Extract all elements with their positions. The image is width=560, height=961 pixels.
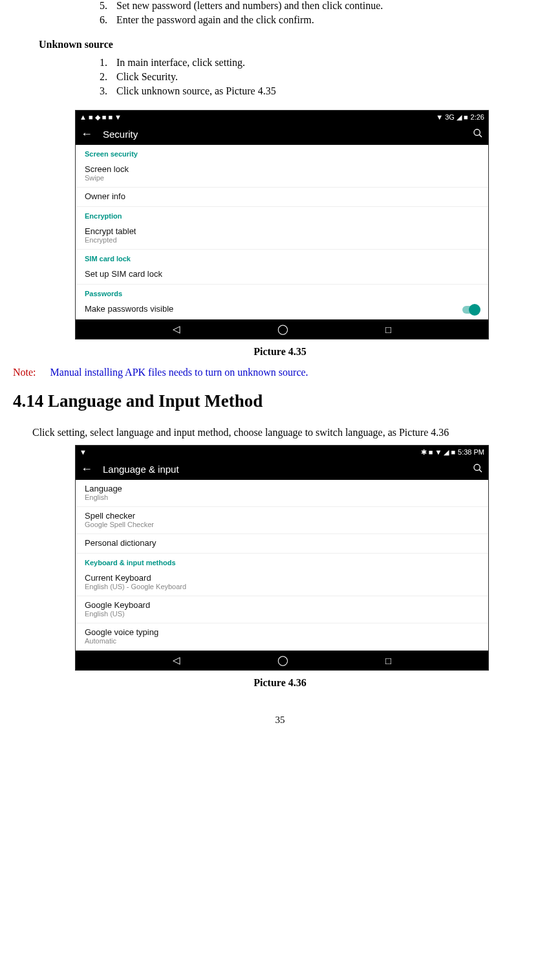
back-icon[interactable]: ← <box>81 462 92 476</box>
status-bar: ▼ ✱ ■ ▼ ◢ ■ 5:38 PM <box>76 446 488 459</box>
status-left-icons: ▲ ■ ◆ ■ ■ ▼ <box>80 113 122 122</box>
note-label: Note: <box>13 367 36 378</box>
unknown-steps-list: In main interface, click setting. Click … <box>13 57 547 97</box>
screenshot-security: ▲ ■ ◆ ■ ■ ▼ ▼ 3G ◢ ■ 2:26 ← Security Scr… <box>75 110 489 340</box>
nav-recents-icon[interactable]: □ <box>385 324 391 335</box>
screenshot-language-input: ▼ ✱ ■ ▼ ◢ ■ 5:38 PM ← Language & input L… <box>75 445 489 671</box>
nav-recents-icon[interactable]: □ <box>385 655 391 666</box>
list-item: Enter the password again and the click c… <box>110 14 547 26</box>
system-navbar: ◁ ◯ □ <box>76 319 488 339</box>
section-heading-4-14: 4.14 Language and Input Method <box>13 391 547 411</box>
list-item: Set new password (letters and numbers) a… <box>110 0 547 12</box>
search-icon[interactable] <box>473 128 483 141</box>
note-line: Note: Manual installing APK files needs … <box>13 367 547 378</box>
row-personal-dictionary[interactable]: Personal dictionary <box>76 534 488 554</box>
row-sim-lock[interactable]: Set up SIM card lock <box>76 265 488 285</box>
svg-point-2 <box>474 464 480 470</box>
toolbar-title: Security <box>103 129 473 140</box>
row-title: Current Keyboard <box>85 573 479 583</box>
toggle-on-icon[interactable] <box>462 306 479 314</box>
row-title: Language <box>85 484 479 493</box>
toolbar: ← Language & input <box>76 459 488 480</box>
row-screen-lock[interactable]: Screen lock Swipe <box>76 160 488 188</box>
group-keyboard-input-methods: Keyboard & input methods <box>76 554 488 569</box>
status-network: ▼ 3G ◢ ■ <box>436 113 468 122</box>
group-sim-lock: SIM card lock <box>76 250 488 265</box>
row-make-passwords-visible[interactable]: Make passwords visible <box>76 300 488 319</box>
status-network: ✱ ■ ▼ ◢ ■ <box>421 448 455 457</box>
status-time: 5:38 PM <box>458 448 484 456</box>
row-title: Spell checker <box>85 511 479 521</box>
nav-back-icon[interactable]: ◁ <box>173 654 180 666</box>
row-subtitle: Automatic <box>85 637 479 645</box>
list-item: Click Security. <box>110 71 547 83</box>
unknown-source-heading: Unknown source <box>39 39 547 50</box>
row-google-keyboard[interactable]: Google Keyboard English (US) <box>76 596 488 623</box>
status-bar: ▲ ■ ◆ ■ ■ ▼ ▼ 3G ◢ ■ 2:26 <box>76 111 488 124</box>
row-spell-checker[interactable]: Spell checker Google Spell Checker <box>76 507 488 534</box>
row-title: Google Keyboard <box>85 600 479 610</box>
nav-back-icon[interactable]: ◁ <box>173 323 180 335</box>
prev-steps-list: Set new password (letters and numbers) a… <box>13 0 547 26</box>
row-title: Screen lock <box>85 164 479 174</box>
system-navbar: ◁ ◯ □ <box>76 651 488 670</box>
nav-home-icon[interactable]: ◯ <box>277 323 288 335</box>
search-icon[interactable] <box>473 463 483 476</box>
row-title: Personal dictionary <box>85 538 479 548</box>
page-number: 35 <box>13 715 547 726</box>
status-right: ✱ ■ ▼ ◢ ■ 5:38 PM <box>421 448 484 457</box>
picture-caption-4-36: Picture 4.36 <box>13 677 547 689</box>
list-item: Click unknown source, as Picture 4.35 <box>110 85 547 97</box>
back-icon[interactable]: ← <box>81 127 92 141</box>
group-passwords: Passwords <box>76 285 488 300</box>
row-title: Make passwords visible <box>85 304 479 314</box>
list-item: In main interface, click setting. <box>110 57 547 69</box>
row-subtitle: Encrypted <box>85 236 479 244</box>
note-text: Manual installing APK files needs to tur… <box>50 367 308 378</box>
row-title: Owner info <box>85 191 479 201</box>
row-title: Encrypt tablet <box>85 226 479 236</box>
status-left-icons: ▼ <box>80 448 87 456</box>
status-time: 2:26 <box>471 113 484 121</box>
svg-line-3 <box>479 470 482 472</box>
svg-point-0 <box>474 129 480 135</box>
toolbar-title: Language & input <box>103 464 473 475</box>
group-screen-security: Screen security <box>76 145 488 160</box>
body-paragraph: Click setting, select language and input… <box>32 427 547 438</box>
row-google-voice-typing[interactable]: Google voice typing Automatic <box>76 623 488 651</box>
row-subtitle: Swipe <box>85 174 479 182</box>
row-title: Set up SIM card lock <box>85 269 479 279</box>
row-subtitle: English (US) <box>85 610 479 618</box>
row-subtitle: English <box>85 493 479 501</box>
row-language[interactable]: Language English <box>76 480 488 507</box>
row-encrypt-tablet[interactable]: Encrypt tablet Encrypted <box>76 222 488 250</box>
row-subtitle: Google Spell Checker <box>85 521 479 528</box>
svg-line-1 <box>479 135 482 137</box>
group-encryption: Encryption <box>76 207 488 222</box>
row-title: Google voice typing <box>85 627 479 637</box>
nav-home-icon[interactable]: ◯ <box>277 654 288 666</box>
picture-caption-4-35: Picture 4.35 <box>13 346 547 358</box>
row-current-keyboard[interactable]: Current Keyboard English (US) - Google K… <box>76 569 488 596</box>
status-right: ▼ 3G ◢ ■ 2:26 <box>436 113 484 122</box>
toolbar: ← Security <box>76 124 488 145</box>
row-owner-info[interactable]: Owner info <box>76 188 488 207</box>
row-subtitle: English (US) - Google Keyboard <box>85 583 479 590</box>
